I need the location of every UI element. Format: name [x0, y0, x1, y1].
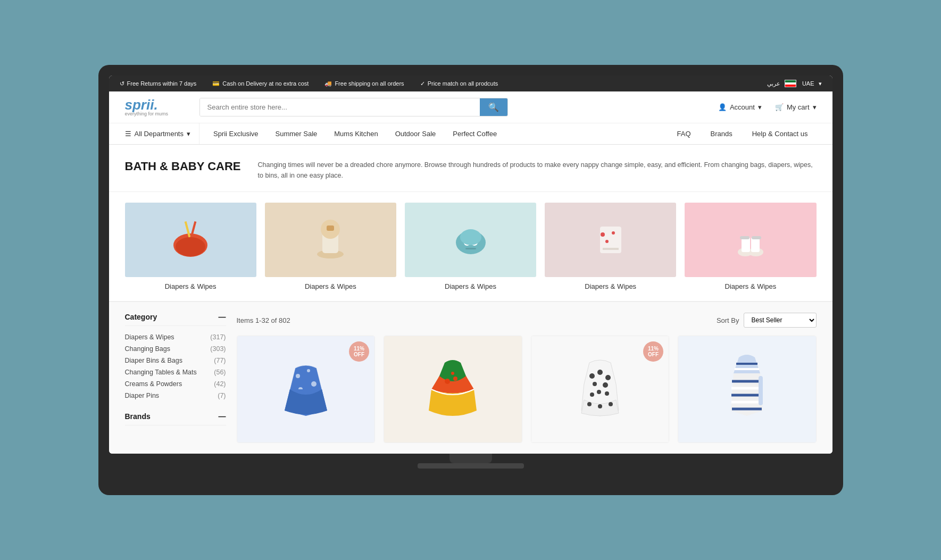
sort-select[interactable]: Best Seller Price Low to High Price High… [744, 313, 817, 328]
svg-rect-22 [740, 236, 750, 239]
svg-rect-21 [751, 237, 760, 252]
sidebar-cat-diaper-pins[interactable]: Diaper Pins (7) [125, 390, 226, 402]
sidebar-cat-creams[interactable]: Creams & Powders (42) [125, 378, 226, 390]
discount-percent-3: 11% [648, 346, 659, 352]
category-description: Changing times will never be a dreaded c… [258, 160, 817, 181]
laptop-base [418, 463, 524, 469]
svg-point-42 [609, 402, 613, 406]
nav-item-summer-sale[interactable]: Summer Sale [267, 123, 326, 144]
product-card-4[interactable] [678, 336, 817, 443]
svg-point-3 [176, 237, 205, 256]
items-count: Items 1-32 of 802 [237, 316, 290, 324]
main-nav: ☰ All Departments ▾ Sprii Exclusive Summ… [109, 123, 832, 145]
search-button[interactable]: 🔍 [480, 98, 507, 116]
svg-point-40 [587, 402, 592, 406]
laptop-frame: ↺ Free Returns within 7 days 💳 Cash on D… [98, 65, 843, 495]
discount-off-1: OFF [354, 352, 364, 357]
site-logo[interactable]: sprii. everything for mums [125, 98, 189, 116]
discount-badge-3: 11% OFF [643, 341, 663, 362]
sidebar-cat-diaper-bins[interactable]: Diaper Bins & Bags (77) [125, 355, 226, 366]
cat-thumb-img-3 [405, 203, 536, 277]
main-area: Category — Diapers & Wipes (317) Changin… [109, 302, 832, 454]
sidebar-cat-changing-bags[interactable]: Changing Bags (303) [125, 343, 226, 355]
svg-point-26 [311, 381, 317, 387]
svg-point-24 [296, 374, 300, 378]
svg-rect-50 [759, 376, 763, 405]
shipping-icon: 🚚 [324, 80, 332, 87]
discount-off-3: OFF [648, 352, 659, 357]
svg-point-38 [590, 392, 594, 397]
lang-label[interactable]: عربي [767, 80, 780, 87]
nav-item-sprii-exclusive[interactable]: Sprii Exclusive [205, 123, 267, 144]
account-button[interactable]: 👤 Account ▾ [718, 103, 762, 111]
cat-label-3: Diapers & Wipes [405, 282, 536, 290]
cat-thumb-2[interactable]: Diapers & Wipes [265, 203, 396, 290]
price-text: Price match on all prodcuts [428, 80, 498, 87]
cat-thumb-4[interactable]: Diapers & Wipes [545, 203, 676, 290]
country-label[interactable]: UAE [802, 80, 814, 87]
header-actions: 👤 Account ▾ 🛒 My cart ▾ [718, 103, 817, 111]
brands-collapse-icon[interactable]: — [219, 412, 226, 421]
product-card-2[interactable] [384, 336, 522, 443]
cat-thumb-3[interactable]: Diapers & Wipes [405, 203, 536, 290]
svg-point-32 [589, 373, 595, 379]
cat-thumb-img-2 [265, 203, 396, 277]
nav-item-mums-kitchen[interactable]: Mums Kitchen [326, 123, 386, 144]
cat-label-4: Diapers & Wipes [545, 282, 676, 290]
account-icon: 👤 [718, 103, 727, 111]
cat-thumb-1[interactable]: Diapers & Wipes [125, 203, 256, 290]
product-card-3[interactable]: 11% OFF [531, 336, 670, 443]
top-banner-left: ↺ Free Returns within 7 days 💳 Cash on D… [120, 80, 498, 87]
page-content: BATH & BABY CARE Changing times will nev… [109, 145, 832, 454]
banner-item-price: ✓ Price match on all prodcuts [420, 80, 498, 87]
svg-point-39 [605, 391, 609, 396]
cart-chevron-icon: ▾ [813, 103, 817, 111]
discount-badge-1: 11% OFF [349, 341, 369, 362]
logo-text: sprii. [125, 97, 158, 113]
cat-label-5: Diapers & Wipes [685, 282, 816, 290]
sidebar-cat-changing-tables[interactable]: Changing Tables & Mats (56) [125, 366, 226, 378]
svg-rect-11 [460, 229, 481, 245]
top-banner-right: عربي UAE ▾ [767, 80, 822, 87]
sort-by-label: Sort By [717, 316, 739, 324]
returns-text: Free Returns within 7 days [127, 80, 197, 87]
cod-text: Cash on Delivery at no extra cost [222, 80, 309, 87]
svg-rect-20 [742, 237, 750, 252]
products-header: Items 1-32 of 802 Sort By Best Seller Pr… [237, 313, 817, 328]
nav-item-perfect-coffee[interactable]: Perfect Coffee [444, 123, 505, 144]
svg-point-31 [451, 372, 454, 375]
cat-thumb-5[interactable]: Diapers & Wipes [685, 203, 816, 290]
svg-point-14 [601, 232, 605, 237]
svg-rect-7 [327, 225, 334, 231]
price-icon: ✓ [420, 80, 425, 87]
all-departments-button[interactable]: ☰ All Departments ▾ [125, 123, 199, 144]
account-label: Account [730, 103, 755, 111]
nav-item-help[interactable]: Help & Contact us [744, 123, 817, 144]
products-grid: 11% OFF [237, 336, 817, 443]
category-collapse-icon[interactable]: — [219, 313, 226, 321]
brands-section: Brands — [125, 412, 226, 425]
search-input[interactable] [200, 98, 480, 116]
nav-item-faq[interactable]: FAQ [669, 123, 699, 144]
main-nav-right: FAQ Brands Help & Contact us [669, 123, 817, 144]
product-card-1[interactable]: 11% OFF [237, 336, 376, 443]
shipping-text: Free shipping on all orders [335, 80, 404, 87]
cat-thumb-img-4 [545, 203, 676, 277]
laptop-stand [449, 454, 492, 463]
category-strip: Diapers & Wipes Diapers & Wipes [109, 192, 832, 302]
search-bar[interactable]: 🔍 [199, 98, 508, 116]
cart-button[interactable]: 🛒 My cart ▾ [775, 103, 817, 111]
discount-percent-1: 11% [354, 346, 364, 352]
sort-bar: Sort By Best Seller Price Low to High Pr… [717, 313, 817, 328]
cart-label: My cart [787, 103, 810, 111]
logo-tagline: everything for mums [125, 112, 189, 116]
svg-point-36 [603, 382, 608, 388]
nav-item-brands[interactable]: Brands [702, 123, 741, 144]
top-banner: ↺ Free Returns within 7 days 💳 Cash on D… [109, 76, 832, 91]
cat-label-2: Diapers & Wipes [265, 282, 396, 290]
nav-item-outdoor-sale[interactable]: Outdoor Sale [387, 123, 445, 144]
svg-point-37 [597, 390, 601, 394]
cat-thumb-img-1 [125, 203, 256, 277]
sidebar-cat-diapers-wipes[interactable]: Diapers & Wipes (317) [125, 331, 226, 343]
category-section-title: Category — [125, 313, 226, 326]
